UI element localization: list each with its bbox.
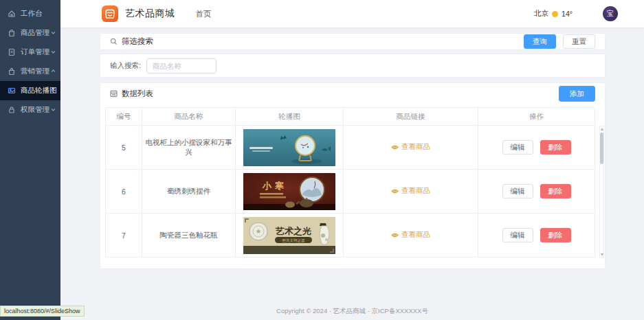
weather-city: 北京 [534, 9, 548, 19]
add-button[interactable]: 添加 [559, 86, 595, 102]
list-icon [110, 90, 118, 98]
sidebar-item-orders[interactable]: 订单管理 [0, 43, 60, 62]
scroll-down-arrow-icon[interactable] [601, 253, 603, 256]
scrollbar-thumb[interactable] [600, 133, 603, 164]
view-product-link[interactable]: 查看商品 [391, 142, 430, 152]
edit-button[interactable]: 编辑 [502, 228, 533, 242]
sidebar-item-label: 订单管理 [21, 47, 49, 57]
search-input-label: 输入搜索: [110, 61, 141, 71]
goods-icon [8, 29, 16, 37]
scroll-up-arrow-icon[interactable] [601, 128, 603, 130]
product-banner-image: 小寒 [243, 173, 335, 210]
eye-icon [391, 231, 399, 239]
sidebar-item-permissions[interactable]: 权限管理 [0, 100, 60, 119]
top-header: 艺术品商城 首页 北京 14° 宝 [60, 0, 644, 27]
sidebar-item-workbench[interactable]: 工作台 [0, 4, 60, 23]
cell-name: 陶瓷器三色釉花瓶 [142, 214, 236, 258]
sidebar-item-goods[interactable]: 商品管理 [0, 23, 60, 43]
table-row: 7 陶瓷器三色釉花瓶 艺术之光 · [106, 214, 595, 258]
col-header-ops: 操作 [478, 108, 595, 126]
view-product-link[interactable]: 查看商品 [391, 186, 430, 196]
carousel-image-icon [8, 87, 16, 95]
chevron-down-icon [51, 107, 56, 112]
reset-button[interactable]: 重置 [563, 34, 595, 49]
col-header-name: 商品名称 [142, 108, 236, 126]
product-banner-image [243, 129, 335, 166]
data-list-title: 数据列表 [110, 89, 153, 99]
eye-icon [391, 144, 399, 151]
delete-button[interactable]: 删除 [540, 140, 571, 155]
sidebar-item-label: 商品管理 [21, 28, 49, 38]
delete-button[interactable]: 删除 [540, 184, 571, 198]
filter-search-form: 输入搜索: [100, 54, 606, 78]
table-row: 5 电视柜上的小摆设家和万事兴 [106, 126, 595, 170]
marketing-icon [8, 67, 16, 76]
sidebar-item-label: 工作台 [21, 9, 43, 19]
data-list-card: 数据列表 添加 编号 商品名称 轮播图 商品链接 操作 5 电视柜上的小摆设家和… [100, 82, 606, 269]
cell-name: 电视柜上的小摆设家和万事兴 [142, 126, 236, 170]
cell-id: 7 [106, 214, 142, 258]
search-input[interactable] [146, 58, 216, 73]
home-icon [8, 10, 16, 18]
sidebar-item-label: 权限管理 [21, 105, 49, 115]
view-product-link[interactable]: 查看商品 [391, 230, 430, 240]
data-table: 编号 商品名称 轮播图 商品链接 操作 5 电视柜上的小摆设家和万事兴 [105, 107, 599, 258]
delete-button[interactable]: 删除 [540, 228, 571, 242]
brand-logo-icon [102, 5, 118, 22]
order-icon [8, 48, 16, 56]
browser-status-url: localhost:8080/#/SlideShow [0, 306, 85, 317]
sidebar-item-label: 商品轮播图 [21, 86, 57, 95]
banner-art-title: 艺术之光 [275, 226, 311, 236]
banner-xiaohan-title: 小寒 [262, 181, 287, 191]
cell-id: 6 [106, 170, 142, 214]
cell-id: 5 [106, 126, 142, 170]
weather-widget: 北京 14° [534, 9, 573, 19]
col-header-link: 商品链接 [344, 108, 478, 126]
eye-icon [391, 187, 399, 195]
col-header-id: 编号 [106, 108, 142, 126]
cell-name: 蜀绣刺绣摆件 [142, 170, 236, 214]
edit-button[interactable]: 编辑 [502, 140, 533, 155]
copyright-footer: Copyright © 2024 · 艺术品商城 · 京ICP备XXXXXX号 [60, 307, 644, 316]
chevron-down-icon [51, 49, 56, 54]
query-button[interactable]: 查询 [524, 34, 556, 49]
table-row: 6 蜀绣刺绣摆件 小寒 [106, 170, 595, 214]
col-header-banner: 轮播图 [236, 108, 344, 126]
user-avatar[interactable]: 宝 [603, 6, 618, 21]
edit-button[interactable]: 编辑 [502, 184, 533, 198]
table-scrollbar[interactable] [599, 126, 604, 258]
chevron-down-icon [51, 30, 56, 35]
sun-icon [552, 11, 558, 17]
sidebar-item-marketing[interactable]: 营销管理 [0, 62, 60, 81]
filter-search-header: 筛选搜索 查询 重置 [100, 33, 606, 50]
chevron-up-icon [51, 69, 56, 73]
banner-art-badge: · 照亮文明之源 · [280, 238, 307, 242]
permission-icon [8, 106, 16, 114]
nav-home-link[interactable]: 首页 [196, 9, 212, 19]
weather-temp: 14° [562, 10, 573, 18]
sidebar: 工作台 商品管理 订单管理 营销管理 [0, 0, 60, 320]
product-banner-image: 艺术之光 · 照亮文明之源 · [243, 217, 335, 254]
brand-title: 艺术品商城 [125, 8, 175, 20]
search-icon [110, 38, 118, 45]
filter-section-title: 筛选搜索 [110, 36, 153, 47]
table-header-row: 编号 商品名称 轮播图 商品链接 操作 [106, 108, 595, 126]
sidebar-item-carousel[interactable]: 商品轮播图 [0, 81, 60, 100]
sidebar-item-label: 营销管理 [21, 67, 49, 76]
